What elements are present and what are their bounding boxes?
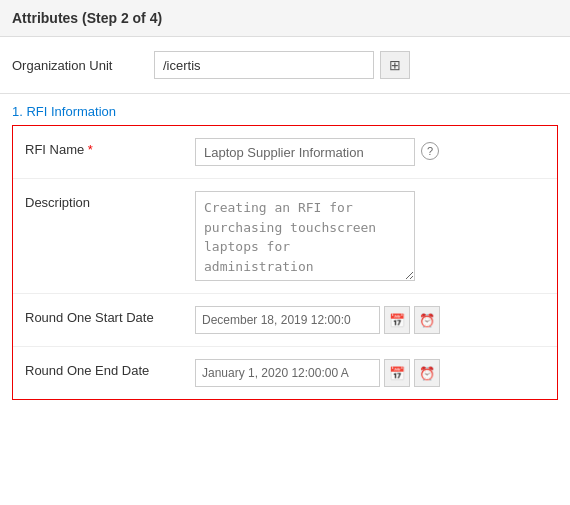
round-one-start-control: 📅 ⏰ (195, 306, 545, 334)
org-unit-picker-button[interactable]: ⊞ (380, 51, 410, 79)
round-one-end-input[interactable] (195, 359, 380, 387)
round-one-start-input[interactable] (195, 306, 380, 334)
round-one-start-label: Round One Start Date (25, 306, 195, 325)
page-title: Attributes (Step 2 of 4) (12, 10, 162, 26)
rfi-name-input[interactable] (195, 138, 415, 166)
rfi-name-row: RFI Name * ? (13, 126, 557, 179)
round-one-end-control: 📅 ⏰ (195, 359, 545, 387)
description-label: Description (25, 191, 195, 210)
org-unit-input[interactable] (154, 51, 374, 79)
required-indicator: * (88, 142, 93, 157)
round-one-end-row: Round One End Date 📅 ⏰ (13, 347, 557, 399)
org-unit-input-wrap: ⊞ (154, 51, 410, 79)
rfi-section-header: 1. RFI Information (0, 94, 570, 125)
round-one-end-clock-button[interactable]: ⏰ (414, 359, 440, 387)
org-unit-label: Organization Unit (12, 58, 142, 73)
round-one-end-label: Round One End Date (25, 359, 195, 378)
round-one-start-input-wrap: 📅 ⏰ (195, 306, 440, 334)
round-one-end-input-wrap: 📅 ⏰ (195, 359, 440, 387)
clock-icon: ⏰ (419, 366, 435, 381)
calendar-icon: 📅 (389, 313, 405, 328)
clock-icon: ⏰ (419, 313, 435, 328)
description-row: Description (13, 179, 557, 294)
description-control (195, 191, 545, 281)
round-one-start-calendar-button[interactable]: 📅 (384, 306, 410, 334)
round-one-start-row: Round One Start Date 📅 ⏰ (13, 294, 557, 347)
calendar-icon: 📅 (389, 366, 405, 381)
rfi-name-help-icon[interactable]: ? (421, 142, 439, 160)
description-textarea[interactable] (195, 191, 415, 281)
round-one-start-clock-button[interactable]: ⏰ (414, 306, 440, 334)
org-unit-section: Organization Unit ⊞ (0, 37, 570, 94)
round-one-end-calendar-button[interactable]: 📅 (384, 359, 410, 387)
rfi-name-label: RFI Name * (25, 138, 195, 157)
rfi-info-box: RFI Name * ? Description Round One Start… (12, 125, 558, 400)
rfi-name-control: ? (195, 138, 545, 166)
page-header: Attributes (Step 2 of 4) (0, 0, 570, 37)
grid-icon: ⊞ (389, 57, 401, 73)
